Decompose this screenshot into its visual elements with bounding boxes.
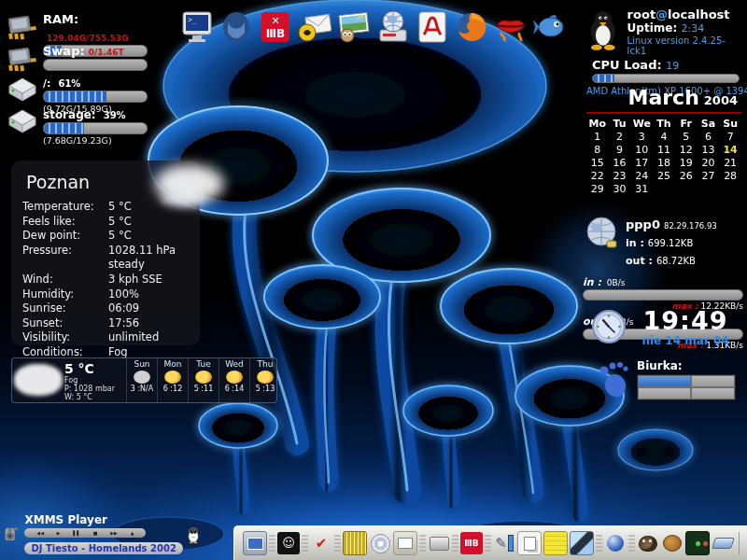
- net-interface: ppp082.29.176.93: [626, 215, 717, 232]
- swap-value: 0/1.46T: [89, 48, 124, 57]
- cd-burner-icon[interactable]: [369, 532, 391, 554]
- acrobat-icon[interactable]: [415, 8, 450, 46]
- forecast-day: Sun3 :N/A: [126, 358, 157, 402]
- blue-mask-icon[interactable]: [218, 8, 254, 46]
- current-pressure: P: 1028 mbar: [64, 385, 126, 393]
- current-wind: W: 5 °C: [64, 393, 126, 401]
- forecast-day: Tue5 :11: [188, 358, 218, 402]
- digital-time: 19:49: [627, 308, 743, 334]
- penguin-headphones-icon: [187, 513, 200, 556]
- calendar-divider: [586, 112, 741, 114]
- current-conditions: 5 °C Fog P: 1028 mbar W: 5 °C: [64, 358, 126, 402]
- xmms-title: XMMS Player: [24, 513, 182, 526]
- date-text: nie 14 mar 04: [627, 334, 743, 347]
- analog-clock-icon: [590, 308, 627, 345]
- sun-cloud-icon: [164, 371, 181, 384]
- taskbar-separator: [739, 532, 740, 554]
- kernel-version: Linux version 2.4.25-lck1: [627, 35, 743, 56]
- now-playing-text: DJ Tiesto - Homelands 2002: [24, 542, 182, 554]
- applet-handle[interactable]: [334, 535, 341, 552]
- applet-handle[interactable]: [302, 535, 308, 552]
- blue-sphere-icon[interactable]: [604, 532, 627, 554]
- applet-handle[interactable]: [419, 535, 426, 552]
- pause-button[interactable]: ▌▌: [73, 528, 80, 538]
- file-manager-icon[interactable]: [393, 531, 417, 555]
- scanner-icon[interactable]: [712, 532, 734, 554]
- gimp-icon[interactable]: [637, 532, 659, 554]
- cpu-load: CPU Load: 19: [592, 58, 743, 72]
- ram-label: RAM:: [43, 12, 78, 26]
- gqview-icon[interactable]: [685, 531, 710, 555]
- current-temp: 5 °C: [64, 361, 126, 376]
- weather-row: Feels like:5 °C: [22, 215, 189, 230]
- fog-cloud-wisp: [161, 192, 205, 205]
- svg-text:>_: >_: [188, 16, 197, 24]
- pager-desktop-1[interactable]: [638, 375, 691, 387]
- pager-desktop-4[interactable]: [691, 387, 735, 399]
- weather-row: Pressure:1028.11 hPa steady: [22, 244, 189, 273]
- forecast-day: Mon6 :12: [157, 358, 188, 402]
- calendar-grid: MoTuWeThFrSaSu 1234567 891011121314 1516…: [586, 118, 741, 195]
- weather-row: Visibility:unlimited: [22, 330, 189, 345]
- sun-cloud-icon: [226, 371, 243, 384]
- applet-handle[interactable]: [596, 535, 602, 552]
- clipboard-icon[interactable]: [517, 531, 542, 555]
- desktop-pager-widget: Biurka:: [598, 359, 743, 400]
- pager-desktop-2[interactable]: [691, 375, 735, 387]
- web-drive-icon[interactable]: [375, 8, 411, 46]
- next-button[interactable]: ▶▶: [110, 528, 118, 538]
- swap-chip-icon: [6, 41, 39, 73]
- forecast-day: Wed6 :14: [218, 358, 249, 402]
- swap-bar: [43, 59, 148, 71]
- forecast-bar-widget: 5 °C Fog P: 1028 mbar W: 5 °C Sun3 :N/A …: [11, 357, 277, 403]
- cpu-load-bar: [592, 74, 740, 83]
- applet-handle[interactable]: [485, 535, 491, 552]
- root-bar: [43, 91, 148, 103]
- globe-network-icon: [583, 215, 620, 252]
- sticky-note-icon[interactable]: [543, 531, 568, 555]
- film-strip-icon[interactable]: [343, 531, 367, 555]
- draw-pen-icon[interactable]: ✎: [493, 532, 515, 554]
- red-lips-icon[interactable]: [493, 8, 529, 46]
- mbank-taskbar-icon[interactable]: ⅢB: [460, 532, 483, 554]
- photo-app-icon[interactable]: [570, 531, 594, 555]
- ram-chip-icon: [6, 9, 39, 41]
- calendar-today: 14: [719, 144, 741, 156]
- calendar-title: March2004: [586, 86, 741, 109]
- bluefish-icon[interactable]: [532, 8, 568, 46]
- stop-button[interactable]: ■: [93, 528, 98, 538]
- tux-icon: [586, 7, 620, 50]
- pager-label: Biurka:: [637, 359, 736, 372]
- printer-icon[interactable]: [428, 532, 450, 554]
- root-label: /:: [43, 77, 50, 90]
- pager-desktop-3[interactable]: [638, 387, 691, 399]
- eject-button[interactable]: ▲: [131, 528, 134, 538]
- terminal-icon[interactable]: >_: [179, 8, 215, 46]
- system-info-widget: root@localhost Uptime: 2:34 Linux versio…: [586, 7, 743, 96]
- weather-row: Wind:3 kph SSE: [22, 273, 189, 287]
- firefox-icon[interactable]: [454, 8, 489, 46]
- sun-cloud-icon: [257, 371, 274, 384]
- weather-row: Sunset:17:56: [22, 316, 189, 331]
- current-condition: Fog: [64, 376, 126, 385]
- image-viewer-icon[interactable]: [336, 8, 372, 46]
- mbank-icon[interactable]: ✕ ⅢB: [258, 8, 293, 46]
- red-check-icon[interactable]: ✔: [310, 532, 332, 554]
- desktop-computer-icon[interactable]: [243, 531, 267, 555]
- hostname: root@localhost: [627, 7, 743, 21]
- web-monkey-icon[interactable]: [661, 532, 684, 554]
- desktop: RAM:129.04G/755.53G Swap:0/1.46T /:61%: [0, 0, 747, 560]
- svg-text:ⅢB: ⅢB: [266, 27, 286, 40]
- mail-icon[interactable]: [297, 8, 332, 46]
- net-in-rate: in :0B/s: [583, 272, 743, 289]
- prev-button[interactable]: ◀◀: [36, 528, 44, 538]
- applet-handle[interactable]: [452, 535, 458, 552]
- net-in-total: in :699.12KB: [626, 232, 717, 250]
- applet-handle[interactable]: [628, 535, 635, 552]
- applet-handle[interactable]: [269, 535, 275, 552]
- uptime: Uptime: 2:34: [627, 21, 743, 35]
- multimedia-person-icon[interactable]: ☺: [277, 532, 300, 554]
- play-button[interactable]: ▶: [57, 528, 61, 538]
- weather-row: Sunrise:06:09: [22, 301, 189, 316]
- svg-text:✕: ✕: [271, 15, 279, 27]
